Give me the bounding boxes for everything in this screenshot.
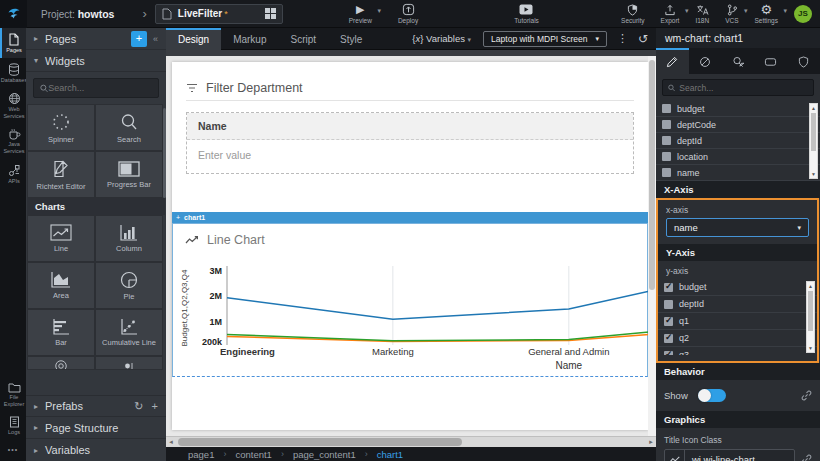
wavemaker-logo[interactable]	[0, 0, 27, 28]
bind-property-icon[interactable]	[801, 390, 812, 401]
undo-icon[interactable]: ↺	[638, 33, 648, 45]
widget-tile-column[interactable]: Column	[95, 215, 163, 262]
widget-tile-bar[interactable]: Bar	[27, 309, 95, 356]
scroll-left-icon[interactable]: ◂	[166, 437, 176, 447]
rail-item-web-services[interactable]: Web Services	[0, 87, 26, 123]
tab-device[interactable]	[754, 48, 787, 74]
vcs-button[interactable]: VCS ▾	[725, 3, 738, 24]
name-input[interactable]: Enter value	[187, 140, 633, 173]
rail-item-pages[interactable]: Pages	[0, 28, 26, 58]
yaxis-row-q1[interactable]: q1	[658, 313, 817, 330]
checkbox[interactable]	[664, 300, 673, 309]
add-prefab-icon[interactable]: +	[152, 400, 158, 413]
settings-caret-icon[interactable]: ▾	[783, 7, 787, 15]
filter-department-header[interactable]: Filter Department	[186, 75, 634, 101]
yaxis-row-budget[interactable]: budget	[658, 279, 817, 296]
design-canvas[interactable]: Filter Department Name Enter value + cha…	[166, 50, 656, 436]
breadcrumb-page1[interactable]: page1	[188, 449, 214, 460]
checkbox[interactable]	[664, 334, 673, 343]
breadcrumb-chart1[interactable]: chart1	[377, 449, 403, 460]
collapse-panel-icon[interactable]: «	[153, 34, 158, 44]
add-page-button[interactable]: +	[131, 31, 147, 47]
widget-search[interactable]	[33, 78, 159, 98]
tab-style[interactable]: Style	[328, 28, 374, 50]
variables-section-header[interactable]: ▸ Variables	[26, 439, 166, 461]
fields-scrollbar[interactable]: ▲ ▼	[809, 103, 818, 179]
yaxis-row-q3[interactable]: q3	[658, 347, 817, 355]
widget-tile-area[interactable]: Area	[27, 262, 95, 309]
breadcrumb-content1[interactable]: content1	[235, 449, 271, 460]
preview-button[interactable]: ▶ Preview ▾	[349, 3, 372, 24]
widget-tile-partial-donut[interactable]	[27, 356, 95, 370]
widgets-section-header[interactable]: ▾ Widgets	[26, 50, 166, 72]
rail-item-apis[interactable]: APIs	[0, 159, 26, 189]
canvas-vertical-scrollbar[interactable]	[648, 56, 656, 436]
field-row-deptid[interactable]: deptId ▾	[656, 133, 820, 149]
checkbox[interactable]	[662, 136, 671, 145]
tab-styles[interactable]	[689, 48, 722, 74]
line-chart-plot[interactable]: 3M2M1M200kEngineeringMarketingGeneral an…	[179, 263, 649, 375]
rail-more-icon[interactable]: •••	[0, 440, 26, 461]
widget-tile-richtext-editor[interactable]: Richtext Editor	[27, 151, 95, 198]
scroll-thumb[interactable]	[178, 438, 462, 446]
field-row-deptcode[interactable]: deptCode ▾	[656, 117, 820, 133]
deploy-button[interactable]: Deploy	[398, 3, 418, 24]
yaxis-row-q2[interactable]: q2	[658, 330, 817, 347]
field-row-location[interactable]: location ▾	[656, 149, 820, 165]
y-axis-section-header[interactable]: Y-Axis	[658, 244, 817, 261]
y-axis-scrollbar[interactable]: ▲ ▼	[806, 281, 815, 353]
security-button[interactable]: Security	[621, 3, 644, 24]
show-toggle[interactable]	[698, 389, 726, 402]
checkbox[interactable]	[662, 152, 671, 161]
properties-search[interactable]	[662, 79, 814, 96]
rail-item-file-explorer[interactable]: File Explorer	[0, 377, 26, 411]
prefabs-section-header[interactable]: ▸ Prefabs ↻ +	[26, 395, 166, 417]
device-selector[interactable]: Laptop with MDPI Screen ▾	[483, 31, 607, 47]
rail-item-java-services[interactable]: Java Services	[0, 123, 26, 158]
graphics-section-header[interactable]: Graphics	[656, 411, 820, 428]
widget-tile-partial-bubble[interactable]	[95, 356, 163, 370]
tab-script[interactable]: Script	[279, 28, 329, 50]
checkbox[interactable]	[662, 120, 671, 129]
bind-property-icon[interactable]	[801, 454, 812, 461]
x-axis-section-header[interactable]: X-Axis	[656, 181, 820, 198]
move-handle-icon[interactable]: +	[176, 214, 180, 221]
pages-grid-icon[interactable]	[263, 6, 278, 21]
widget-tile-pie[interactable]: Pie	[95, 262, 163, 309]
field-row-name[interactable]: name ▾	[656, 165, 820, 181]
refresh-prefabs-icon[interactable]: ↻	[134, 400, 143, 413]
x-axis-select[interactable]: name ▾	[666, 218, 809, 237]
variables-button[interactable]: {x} Variables ▾	[412, 33, 471, 44]
preview-caret-icon[interactable]: ▾	[377, 7, 381, 15]
behavior-section-header[interactable]: Behavior	[656, 363, 820, 380]
settings-button[interactable]: ⚙ Settings ▾	[755, 3, 779, 24]
tab-design[interactable]: Design	[166, 28, 221, 50]
checkbox[interactable]	[662, 168, 671, 177]
page-structure-section-header[interactable]: ▸ Page Structure	[26, 417, 166, 439]
export-button[interactable]: Export ▾	[661, 3, 680, 24]
field-row-budget[interactable]: budget ▾	[656, 101, 820, 117]
export-caret-icon[interactable]: ▾	[685, 7, 689, 15]
canvas-horizontal-scrollbar[interactable]: ◂ ▸	[166, 436, 656, 447]
breadcrumb-page-content1[interactable]: page_content1	[293, 449, 356, 460]
widget-tile-search[interactable]: Search	[95, 104, 163, 151]
page-preview[interactable]: Filter Department Name Enter value + cha…	[172, 62, 648, 430]
widget-search-input[interactable]	[48, 83, 152, 93]
scroll-right-icon[interactable]: ▸	[646, 437, 656, 447]
pages-section-header[interactable]: ▸ Pages + «	[26, 28, 166, 50]
checkbox[interactable]	[664, 351, 673, 356]
page-selector[interactable]: LiveFilter *	[155, 4, 283, 24]
more-options-icon[interactable]: ⋮	[617, 32, 628, 45]
widget-tile-line[interactable]: Line	[27, 215, 95, 262]
properties-search-input[interactable]	[679, 83, 808, 93]
rail-item-logs[interactable]: Logs	[0, 411, 26, 440]
title-icon-class-input[interactable]: wi wi-line-chart	[664, 449, 795, 461]
checkbox[interactable]	[662, 104, 671, 113]
i18n-button[interactable]: I18N	[695, 3, 709, 24]
checkbox[interactable]	[664, 283, 673, 292]
livefilter-widget[interactable]: Name Enter value	[186, 112, 634, 174]
checkbox[interactable]	[664, 317, 673, 326]
yaxis-row-deptid[interactable]: deptId	[658, 296, 817, 313]
widget-tile-spinner[interactable]: Spinner	[27, 104, 95, 151]
rail-item-databases[interactable]: Databases	[0, 58, 26, 88]
